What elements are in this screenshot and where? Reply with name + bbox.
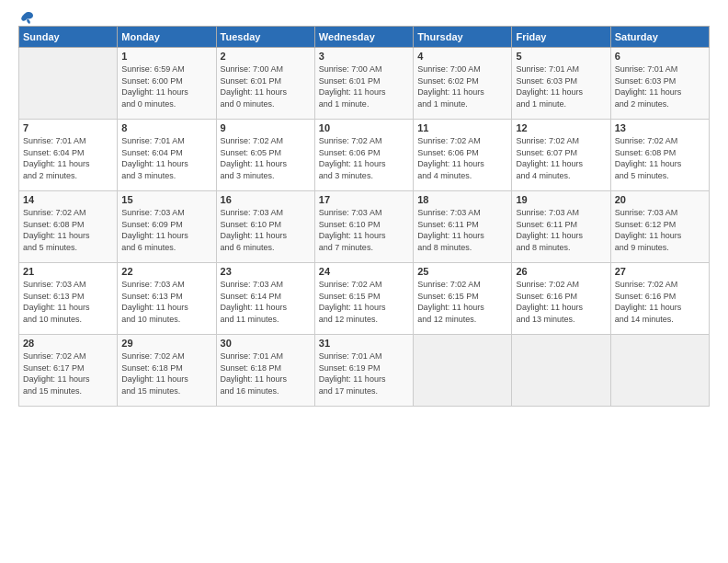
day-number: 22 — [121, 266, 211, 277]
day-info: Sunrise: 7:02 AMSunset: 6:08 PMDaylight:… — [615, 135, 705, 181]
calendar-cell: 30Sunrise: 7:01 AMSunset: 6:18 PMDayligh… — [216, 335, 314, 407]
calendar-week-row: 7Sunrise: 7:01 AMSunset: 6:04 PMDaylight… — [19, 120, 710, 191]
header — [18, 17, 710, 18]
calendar-cell: 19Sunrise: 7:03 AMSunset: 6:11 PMDayligh… — [512, 191, 610, 263]
day-info: Sunrise: 7:03 AMSunset: 6:13 PMDaylight:… — [23, 279, 113, 325]
calendar-cell — [512, 335, 610, 407]
day-info: Sunrise: 7:01 AMSunset: 6:03 PMDaylight:… — [615, 63, 705, 109]
day-number: 16 — [221, 194, 311, 205]
day-info: Sunrise: 7:02 AMSunset: 6:18 PMDaylight:… — [121, 350, 211, 396]
day-info: Sunrise: 7:02 AMSunset: 6:06 PMDaylight:… — [417, 135, 507, 181]
day-number: 26 — [516, 266, 606, 277]
calendar-cell — [19, 48, 118, 120]
day-number: 6 — [615, 51, 705, 62]
calendar-week-row: 21Sunrise: 7:03 AMSunset: 6:13 PMDayligh… — [19, 263, 710, 335]
day-info: Sunrise: 7:03 AMSunset: 6:11 PMDaylight:… — [516, 207, 606, 253]
calendar-cell: 18Sunrise: 7:03 AMSunset: 6:11 PMDayligh… — [414, 191, 512, 263]
day-number: 15 — [121, 194, 211, 205]
day-info: Sunrise: 7:01 AMSunset: 6:04 PMDaylight:… — [23, 135, 113, 181]
calendar-header-row: SundayMondayTuesdayWednesdayThursdayFrid… — [19, 27, 710, 48]
calendar-cell: 9Sunrise: 7:02 AMSunset: 6:05 PMDaylight… — [216, 120, 314, 191]
day-info: Sunrise: 7:00 AMSunset: 6:01 PMDaylight:… — [319, 63, 409, 109]
calendar-cell: 2Sunrise: 7:00 AMSunset: 6:01 PMDaylight… — [216, 48, 314, 120]
day-number: 1 — [121, 51, 211, 62]
day-number: 3 — [319, 51, 409, 62]
calendar-cell: 15Sunrise: 7:03 AMSunset: 6:09 PMDayligh… — [118, 191, 216, 263]
day-info: Sunrise: 7:02 AMSunset: 6:16 PMDaylight:… — [615, 279, 705, 325]
calendar-cell: 7Sunrise: 7:01 AMSunset: 6:04 PMDaylight… — [19, 120, 118, 191]
calendar-cell: 21Sunrise: 7:03 AMSunset: 6:13 PMDayligh… — [19, 263, 118, 335]
calendar-cell: 26Sunrise: 7:02 AMSunset: 6:16 PMDayligh… — [512, 263, 610, 335]
day-info: Sunrise: 7:03 AMSunset: 6:09 PMDaylight:… — [121, 207, 211, 253]
day-number: 7 — [23, 122, 113, 133]
day-info: Sunrise: 7:01 AMSunset: 6:04 PMDaylight:… — [121, 135, 211, 181]
day-info: Sunrise: 7:01 AMSunset: 6:19 PMDaylight:… — [319, 350, 409, 396]
calendar-cell: 1Sunrise: 6:59 AMSunset: 6:00 PMDaylight… — [118, 48, 216, 120]
page-container: SundayMondayTuesdayWednesdayThursdayFrid… — [0, 0, 728, 416]
calendar-cell: 16Sunrise: 7:03 AMSunset: 6:10 PMDayligh… — [216, 191, 314, 263]
day-info: Sunrise: 7:03 AMSunset: 6:14 PMDaylight:… — [221, 279, 311, 325]
day-number: 30 — [221, 338, 311, 349]
day-info: Sunrise: 7:02 AMSunset: 6:05 PMDaylight:… — [221, 135, 311, 181]
calendar-cell: 14Sunrise: 7:02 AMSunset: 6:08 PMDayligh… — [19, 191, 118, 263]
day-header-friday: Friday — [512, 27, 610, 48]
day-info: Sunrise: 7:01 AMSunset: 6:18 PMDaylight:… — [221, 350, 311, 396]
day-header-tuesday: Tuesday — [216, 27, 314, 48]
calendar-cell: 31Sunrise: 7:01 AMSunset: 6:19 PMDayligh… — [314, 335, 413, 407]
day-info: Sunrise: 7:01 AMSunset: 6:03 PMDaylight:… — [516, 63, 606, 109]
day-number: 14 — [23, 194, 113, 205]
day-number: 9 — [221, 122, 311, 133]
day-number: 10 — [319, 122, 409, 133]
calendar-cell: 13Sunrise: 7:02 AMSunset: 6:08 PMDayligh… — [610, 120, 709, 191]
day-number: 12 — [516, 122, 606, 133]
day-info: Sunrise: 7:03 AMSunset: 6:12 PMDaylight:… — [615, 207, 705, 253]
day-info: Sunrise: 7:02 AMSunset: 6:16 PMDaylight:… — [516, 279, 606, 325]
calendar-cell — [610, 335, 709, 407]
calendar-cell: 23Sunrise: 7:03 AMSunset: 6:14 PMDayligh… — [216, 263, 314, 335]
calendar-cell: 12Sunrise: 7:02 AMSunset: 6:07 PMDayligh… — [512, 120, 610, 191]
day-number: 19 — [516, 194, 606, 205]
day-info: Sunrise: 7:03 AMSunset: 6:11 PMDaylight:… — [417, 207, 507, 253]
logo-bird-icon — [17, 11, 35, 29]
day-number: 8 — [121, 122, 211, 133]
calendar-week-row: 28Sunrise: 7:02 AMSunset: 6:17 PMDayligh… — [19, 335, 710, 407]
day-header-thursday: Thursday — [414, 27, 512, 48]
calendar-week-row: 14Sunrise: 7:02 AMSunset: 6:08 PMDayligh… — [19, 191, 710, 263]
calendar-cell: 29Sunrise: 7:02 AMSunset: 6:18 PMDayligh… — [118, 335, 216, 407]
calendar-cell: 24Sunrise: 7:02 AMSunset: 6:15 PMDayligh… — [314, 263, 413, 335]
day-number: 29 — [121, 338, 211, 349]
day-info: Sunrise: 7:02 AMSunset: 6:15 PMDaylight:… — [417, 279, 507, 325]
day-info: Sunrise: 7:03 AMSunset: 6:10 PMDaylight:… — [319, 207, 409, 253]
day-number: 24 — [319, 266, 409, 277]
day-info: Sunrise: 7:03 AMSunset: 6:13 PMDaylight:… — [121, 279, 211, 325]
calendar-cell: 20Sunrise: 7:03 AMSunset: 6:12 PMDayligh… — [610, 191, 709, 263]
day-number: 17 — [319, 194, 409, 205]
day-number: 18 — [417, 194, 507, 205]
day-number: 28 — [23, 338, 113, 349]
day-info: Sunrise: 6:59 AMSunset: 6:00 PMDaylight:… — [121, 63, 211, 109]
day-number: 20 — [615, 194, 705, 205]
day-number: 13 — [615, 122, 705, 133]
day-header-saturday: Saturday — [610, 27, 709, 48]
calendar-cell: 22Sunrise: 7:03 AMSunset: 6:13 PMDayligh… — [118, 263, 216, 335]
day-number: 31 — [319, 338, 409, 349]
day-number: 27 — [615, 266, 705, 277]
day-info: Sunrise: 7:00 AMSunset: 6:01 PMDaylight:… — [221, 63, 311, 109]
day-number: 11 — [417, 122, 507, 133]
day-info: Sunrise: 7:02 AMSunset: 6:08 PMDaylight:… — [23, 207, 113, 253]
calendar-cell: 4Sunrise: 7:00 AMSunset: 6:02 PMDaylight… — [414, 48, 512, 120]
day-number: 4 — [417, 51, 507, 62]
calendar-cell: 27Sunrise: 7:02 AMSunset: 6:16 PMDayligh… — [610, 263, 709, 335]
calendar-cell: 8Sunrise: 7:01 AMSunset: 6:04 PMDaylight… — [118, 120, 216, 191]
calendar-cell: 3Sunrise: 7:00 AMSunset: 6:01 PMDaylight… — [314, 48, 413, 120]
calendar-cell: 5Sunrise: 7:01 AMSunset: 6:03 PMDaylight… — [512, 48, 610, 120]
calendar-cell: 17Sunrise: 7:03 AMSunset: 6:10 PMDayligh… — [314, 191, 413, 263]
calendar-cell: 25Sunrise: 7:02 AMSunset: 6:15 PMDayligh… — [414, 263, 512, 335]
calendar-cell: 6Sunrise: 7:01 AMSunset: 6:03 PMDaylight… — [610, 48, 709, 120]
calendar-table: SundayMondayTuesdayWednesdayThursdayFrid… — [18, 26, 710, 407]
day-header-wednesday: Wednesday — [314, 27, 413, 48]
day-info: Sunrise: 7:03 AMSunset: 6:10 PMDaylight:… — [221, 207, 311, 253]
day-number: 21 — [23, 266, 113, 277]
day-info: Sunrise: 7:00 AMSunset: 6:02 PMDaylight:… — [417, 63, 507, 109]
calendar-cell: 28Sunrise: 7:02 AMSunset: 6:17 PMDayligh… — [19, 335, 118, 407]
